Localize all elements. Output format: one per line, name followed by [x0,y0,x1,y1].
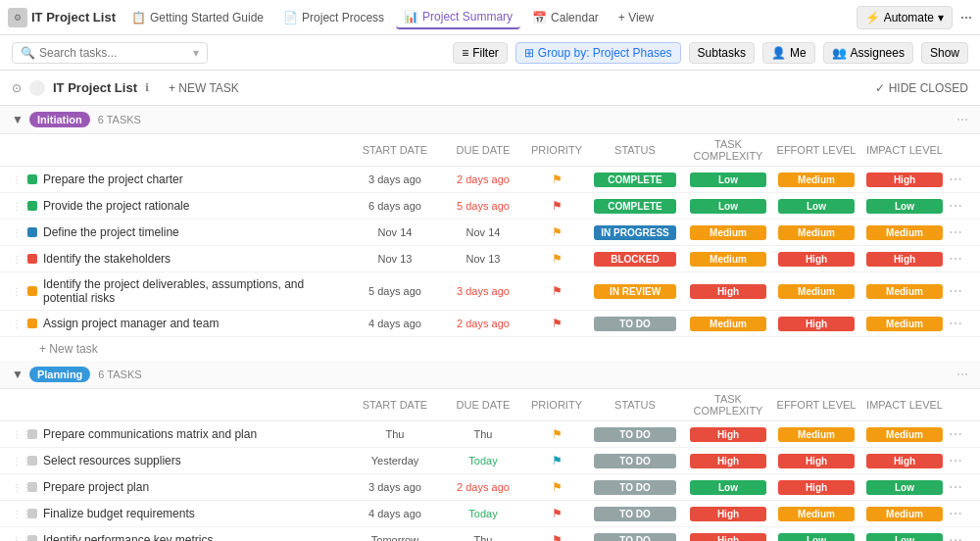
automate-button[interactable]: ⚡ Automate ▾ [857,6,953,29]
task-complexity[interactable]: Medium [684,252,772,267]
hide-closed-button[interactable]: ✓ HIDE CLOSED [875,81,968,95]
drag-handle[interactable]: ⋮⋮ [12,201,27,212]
drag-handle[interactable]: ⋮⋮ [12,456,27,467]
section-toggle[interactable]: ▼ [12,113,24,126]
drag-handle[interactable]: ⋮⋮ [12,254,27,265]
task-complexity[interactable]: Low [684,172,772,187]
task-name[interactable]: Prepare communications matrix and plan [43,427,351,441]
task-effort[interactable]: Low [772,533,860,542]
task-effort[interactable]: Medium [772,172,860,187]
tab-getting-started[interactable]: 📋 Getting Started Guide [123,7,271,28]
task-impact[interactable]: High [860,172,949,187]
task-options[interactable]: ⋯ [949,532,968,541]
assignees-button[interactable]: 👥 Assignees [823,42,913,64]
task-effort[interactable]: Medium [772,507,860,521]
task-options[interactable]: ⋯ [949,316,968,331]
task-status[interactable]: BLOCKED [586,252,684,267]
subtasks-button[interactable]: Subtasks [689,42,755,64]
section-info-icon[interactable]: ⋯ [956,113,968,126]
tab-project-summary[interactable]: 📊 Project Summary [396,6,520,29]
task-complexity[interactable]: Low [684,199,772,214]
task-priority[interactable]: ⚑ [527,199,586,213]
task-status[interactable]: IN REVIEW [586,284,684,299]
task-options[interactable]: ⋯ [949,251,968,267]
task-impact[interactable]: Low [860,480,949,495]
task-name[interactable]: Assign project manager and team [43,317,351,330]
task-options[interactable]: ⋯ [949,506,968,521]
task-effort[interactable]: High [772,454,860,468]
new-task-button[interactable]: + NEW TASK [169,81,239,95]
task-effort[interactable]: Medium [772,284,860,299]
task-options[interactable]: ⋯ [949,283,968,299]
task-priority[interactable]: ⚑ [527,225,586,239]
task-effort[interactable]: High [772,317,860,331]
show-button[interactable]: Show [921,42,968,64]
project-info-icon[interactable]: ℹ [145,81,149,94]
filter-button[interactable]: ≡ Filter [453,42,508,64]
task-complexity[interactable]: Medium [684,225,772,240]
task-impact[interactable]: Medium [860,427,949,442]
task-impact[interactable]: Medium [860,317,949,331]
task-impact[interactable]: High [860,454,949,468]
task-complexity[interactable]: High [684,533,772,542]
task-impact[interactable]: Medium [860,507,949,521]
task-priority[interactable]: ⚑ [527,454,586,467]
task-priority[interactable]: ⚑ [527,284,586,298]
task-status[interactable]: IN PROGRESS [586,225,684,240]
drag-handle[interactable]: ⋮⋮ [12,319,27,329]
drag-handle[interactable]: ⋮⋮ [12,429,27,440]
task-options[interactable]: ⋯ [949,479,968,495]
task-status[interactable]: TO DO [586,533,684,542]
search-box[interactable]: 🔍 ▾ [12,42,208,64]
task-name[interactable]: Identify the stakeholders [43,252,351,266]
task-impact[interactable]: Medium [860,225,949,240]
task-effort[interactable]: High [772,252,860,267]
task-name[interactable]: Provide the project rationale [43,199,351,213]
task-effort[interactable]: High [772,480,860,495]
drag-handle[interactable]: ⋮⋮ [12,286,27,297]
task-effort[interactable]: Low [772,199,860,214]
tab-add-view[interactable]: + View [611,7,662,28]
task-options[interactable]: ⋯ [949,224,968,240]
me-button[interactable]: 👤 Me [762,42,815,64]
task-complexity[interactable]: Low [684,480,772,495]
collapse-icon[interactable]: ⊙ [12,81,22,95]
search-input[interactable] [39,46,189,60]
share-icon[interactable]: ⋯ [960,11,972,25]
drag-handle[interactable]: ⋮⋮ [12,482,27,493]
task-options[interactable]: ⋯ [949,453,968,468]
task-name[interactable]: Prepare project plan [43,480,351,494]
task-impact[interactable]: Low [860,199,949,214]
task-complexity[interactable]: High [684,284,772,299]
drag-handle[interactable]: ⋮⋮ [12,174,27,185]
task-name[interactable]: Identify performance key metrics [43,533,351,541]
group-by-button[interactable]: ⊞ Group by: Project Phases [515,42,681,64]
task-priority[interactable]: ⚑ [527,252,586,266]
task-status[interactable]: COMPLETE [586,172,684,187]
task-status[interactable]: COMPLETE [586,199,684,214]
task-name[interactable]: Define the project timeline [43,225,351,239]
task-name[interactable]: Prepare the project charter [43,172,351,186]
task-status[interactable]: TO DO [586,507,684,521]
task-status[interactable]: TO DO [586,480,684,495]
task-options[interactable]: ⋯ [949,426,968,442]
task-name[interactable]: Identify the project deliverables, assum… [43,277,351,305]
section-info-icon[interactable]: ⋯ [956,368,968,381]
task-effort[interactable]: Medium [772,427,860,442]
tab-project-process[interactable]: 📄 Project Process [275,7,392,28]
task-name[interactable]: Select resources suppliers [43,454,351,467]
task-complexity[interactable]: High [684,507,772,521]
task-options[interactable]: ⋯ [949,172,968,187]
task-options[interactable]: ⋯ [949,198,968,214]
task-impact[interactable]: Medium [860,284,949,299]
task-name[interactable]: Finalize budget requirements [43,507,351,520]
section-toggle[interactable]: ▼ [12,368,24,381]
task-priority[interactable]: ⚑ [527,427,586,441]
task-priority[interactable]: ⚑ [527,507,586,520]
task-complexity[interactable]: Medium [684,317,772,331]
drag-handle[interactable]: ⋮⋮ [12,227,27,238]
task-effort[interactable]: Medium [772,225,860,240]
task-priority[interactable]: ⚑ [527,533,586,541]
tab-calendar[interactable]: 📅 Calendar [524,7,607,28]
task-priority[interactable]: ⚑ [527,317,586,330]
